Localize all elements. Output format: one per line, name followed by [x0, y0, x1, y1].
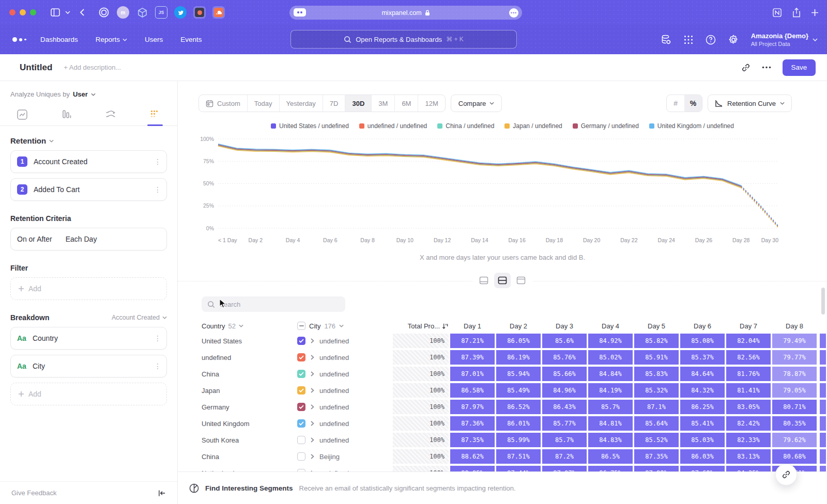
percent-toggle[interactable]: %: [684, 95, 702, 112]
settings-gear-icon[interactable]: [728, 35, 739, 45]
back-icon[interactable]: [80, 9, 84, 16]
row-checkbox[interactable]: [297, 403, 305, 411]
expand-row-icon[interactable]: [310, 371, 315, 377]
address-bar[interactable]: mixpanel.com •••: [289, 6, 522, 20]
chevron-down-icon[interactable]: [65, 11, 70, 14]
retention-section-title[interactable]: Retention: [10, 136, 167, 145]
range-custom[interactable]: Custom: [199, 95, 248, 112]
add-description[interactable]: + Add description...: [64, 64, 121, 71]
city-cell[interactable]: Beijing: [319, 453, 340, 461]
day-column-header[interactable]: Day 7: [726, 322, 771, 330]
criteria-card[interactable]: On or After Each Day: [10, 228, 167, 250]
new-tab-icon[interactable]: [811, 9, 819, 17]
row-checkbox[interactable]: [297, 386, 305, 395]
retention-cell[interactable]: 85.7%: [588, 400, 633, 414]
retention-cell[interactable]: 87.2%: [542, 449, 587, 464]
retention-cell[interactable]: 87.21%: [450, 334, 495, 348]
help-icon[interactable]: [706, 35, 716, 45]
data-management-icon[interactable]: [661, 34, 671, 45]
save-button[interactable]: Save: [783, 59, 816, 76]
retention-cell[interactable]: 84.81%: [588, 416, 633, 431]
segments-title[interactable]: Find Interesting Segments: [205, 484, 293, 492]
close-window-button[interactable]: [9, 9, 16, 15]
breakdown-item-country[interactable]: Aa Country ⋮: [10, 327, 167, 350]
soundcloud-icon[interactable]: [212, 6, 225, 19]
retention-step-2[interactable]: 2 Added To Cart ⋮: [10, 178, 167, 201]
retention-cell[interactable]: 83.05%: [726, 400, 771, 414]
retention-cell[interactable]: 87.35%: [634, 449, 679, 464]
add-breakdown-button[interactable]: Add: [10, 383, 167, 405]
country-cell[interactable]: Japan: [202, 387, 297, 395]
retention-cell[interactable]: 85.7%: [542, 433, 587, 447]
city-column-header[interactable]: City 176: [297, 322, 393, 330]
range-today[interactable]: Today: [248, 95, 280, 112]
retention-cell[interactable]: 81.41%: [726, 383, 771, 398]
retention-cell[interactable]: 82.04%: [726, 334, 771, 348]
retention-cell[interactable]: 86.52%: [496, 400, 541, 414]
retention-cell[interactable]: 86.5%: [588, 449, 633, 464]
day-column-header[interactable]: Day 4: [588, 322, 633, 330]
expand-row-icon[interactable]: [310, 437, 315, 443]
retention-cell[interactable]: 87.36%: [450, 416, 495, 431]
retention-cell[interactable]: 85.82%: [634, 334, 679, 348]
range-7d[interactable]: 7D: [323, 95, 346, 112]
retention-cell[interactable]: 87.51%: [496, 449, 541, 464]
vertical-scrollbar[interactable]: [821, 288, 825, 314]
minimize-window-button[interactable]: [20, 9, 26, 15]
chart-type-selector[interactable]: Retention Curve: [708, 94, 792, 112]
retention-cell[interactable]: 87.1%: [634, 400, 679, 414]
retention-cell[interactable]: 85.41%: [680, 416, 725, 431]
legend-item[interactable]: United States / undefined: [271, 122, 349, 130]
retention-cell[interactable]: 86.03%: [680, 449, 725, 464]
legend-item[interactable]: United Kingdom / undefined: [649, 122, 734, 130]
retention-cell[interactable]: 80.68%: [772, 449, 817, 464]
retention-cell[interactable]: 85.37%: [680, 350, 725, 365]
add-filter-button[interactable]: Add: [10, 277, 167, 300]
city-cell[interactable]: undefined: [319, 436, 349, 444]
js-extension-icon[interactable]: JS: [155, 6, 167, 19]
retention-cell[interactable]: 86.43%: [542, 400, 587, 414]
country-cell[interactable]: Germany: [202, 403, 297, 411]
onepassword-icon[interactable]: [98, 6, 110, 19]
retention-cell[interactable]: 84.92%: [588, 334, 633, 348]
retention-cell[interactable]: 82.42%: [726, 416, 771, 431]
apps-grid-icon[interactable]: [684, 35, 693, 44]
zoom-window-button[interactable]: [30, 9, 36, 15]
project-selector[interactable]: Amazonia {Demo} All Project Data: [751, 32, 818, 46]
retention-cell[interactable]: 79.49%: [772, 334, 817, 348]
range-6m[interactable]: 6M: [395, 95, 418, 112]
city-cell[interactable]: undefined: [319, 403, 349, 411]
nav-link-users[interactable]: Users: [145, 36, 163, 43]
retention-cell[interactable]: 85.6%: [542, 334, 587, 348]
retention-cell[interactable]: 85.02%: [588, 350, 633, 365]
row-checkbox[interactable]: [297, 436, 305, 444]
step-options-icon[interactable]: ⋮: [154, 161, 160, 163]
row-checkbox[interactable]: [297, 419, 305, 428]
select-all-checkbox[interactable]: [297, 322, 305, 330]
range-yesterday[interactable]: Yesterday: [280, 95, 323, 112]
expand-row-icon[interactable]: [310, 354, 315, 360]
twitter-icon[interactable]: [174, 6, 187, 19]
collapse-sidebar-icon[interactable]: [158, 490, 166, 497]
legend-item[interactable]: China / undefined: [437, 122, 494, 130]
legend-item[interactable]: Japan / undefined: [504, 122, 562, 130]
codesandbox-icon[interactable]: [136, 6, 148, 19]
legend-item[interactable]: Germany / undefined: [573, 122, 639, 130]
day-column-header[interactable]: Day 5: [634, 322, 679, 330]
city-cell[interactable]: undefined: [319, 337, 349, 345]
country-cell[interactable]: China: [202, 370, 297, 378]
day-column-header[interactable]: Day 3: [542, 322, 587, 330]
global-search[interactable]: Open Reports & Dashboards ⌘ + K: [290, 30, 517, 49]
share-icon[interactable]: [792, 8, 801, 18]
retention-cell[interactable]: 78.87%: [772, 367, 817, 381]
row-checkbox[interactable]: [297, 353, 305, 361]
chart-only-view-button[interactable]: [476, 273, 492, 288]
row-checkbox[interactable]: [297, 370, 305, 378]
city-cell[interactable]: undefined: [319, 387, 349, 395]
retention-cell[interactable]: 82.33%: [726, 433, 771, 447]
range-12m[interactable]: 12M: [418, 95, 445, 112]
screen-record-icon[interactable]: [193, 6, 206, 19]
breakdown-options-icon[interactable]: ⋮: [154, 337, 160, 339]
notion-icon[interactable]: [772, 8, 782, 18]
retention-cell[interactable]: 79.62%: [772, 433, 817, 447]
